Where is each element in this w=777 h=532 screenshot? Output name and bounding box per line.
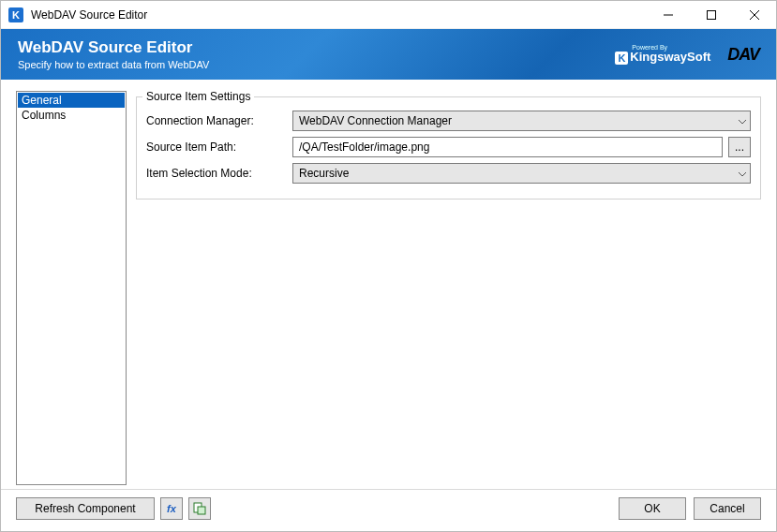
group-label: Source Item Settings: [142, 90, 254, 103]
connection-manager-value: WebDAV Connection Manager: [299, 114, 452, 127]
window-controls: [647, 1, 776, 28]
cancel-button[interactable]: Cancel: [694, 497, 761, 520]
banner-subtitle: Specify how to extract data from WebDAV: [18, 59, 209, 70]
dav-logo: DAV: [727, 45, 759, 65]
window-title: WebDAV Source Editor: [31, 8, 147, 22]
maximize-icon: [707, 10, 716, 20]
source-item-path-input[interactable]: /QA/TestFolder/image.png: [292, 137, 723, 157]
source-item-path-value: /QA/TestFolder/image.png: [299, 140, 429, 154]
titlebar: K WebDAV Source Editor: [1, 1, 776, 29]
item-selection-mode-label: Item Selection Mode:: [146, 167, 287, 180]
source-item-settings-group: Source Item Settings Connection Manager:…: [136, 96, 761, 200]
close-button[interactable]: [733, 1, 776, 28]
source-item-path-label: Source Item Path:: [146, 140, 287, 154]
sidebar-item-columns[interactable]: Columns: [18, 108, 125, 123]
cancel-label: Cancel: [710, 502, 744, 515]
item-selection-mode-dropdown[interactable]: Recursive: [292, 163, 751, 184]
ok-button[interactable]: OK: [619, 497, 686, 520]
item-selection-mode-value: Recursive: [299, 167, 349, 180]
chevron-down-icon: [739, 116, 746, 126]
sidebar: General Columns: [16, 91, 127, 485]
content-area: General Columns Source Item Settings Con…: [1, 80, 776, 489]
refresh-component-button[interactable]: Refresh Component: [16, 497, 155, 520]
app-icon: K: [8, 7, 23, 22]
kingswaysoft-logo: Powered By KKingswaySoft: [615, 44, 710, 65]
fx-expression-button[interactable]: fx: [160, 497, 183, 520]
browse-label: ...: [735, 140, 744, 154]
connection-manager-row: Connection Manager: WebDAV Connection Ma…: [146, 111, 751, 131]
sidebar-item-label: General: [22, 94, 62, 107]
ok-label: OK: [644, 502, 660, 515]
source-item-path-row: Source Item Path: /QA/TestFolder/image.p…: [146, 137, 751, 157]
banner: WebDAV Source Editor Specify how to extr…: [1, 29, 776, 80]
browse-button[interactable]: ...: [728, 137, 751, 157]
banner-title: WebDAV Source Editor: [18, 38, 209, 57]
sidebar-item-general[interactable]: General: [18, 93, 125, 108]
kingsway-text: KingswaySoft: [630, 50, 710, 64]
item-selection-mode-row: Item Selection Mode: Recursive: [146, 163, 751, 184]
minimize-button[interactable]: [647, 1, 690, 28]
maximize-button[interactable]: [690, 1, 733, 28]
chevron-down-icon: [739, 169, 746, 179]
sidebar-item-label: Columns: [22, 109, 66, 122]
fx-icon: fx: [167, 503, 176, 514]
document-icon: [193, 502, 206, 515]
minimize-icon: [664, 10, 673, 20]
settings-panel: Source Item Settings Connection Manager:…: [136, 91, 761, 485]
connection-manager-label: Connection Manager:: [146, 114, 287, 127]
connection-manager-dropdown[interactable]: WebDAV Connection Manager: [292, 111, 751, 131]
footer: Refresh Component fx OK Cancel: [1, 489, 776, 531]
svg-rect-1: [708, 10, 716, 19]
svg-rect-5: [198, 507, 205, 514]
document-button[interactable]: [188, 497, 211, 520]
close-icon: [750, 10, 759, 20]
refresh-label: Refresh Component: [35, 502, 135, 515]
